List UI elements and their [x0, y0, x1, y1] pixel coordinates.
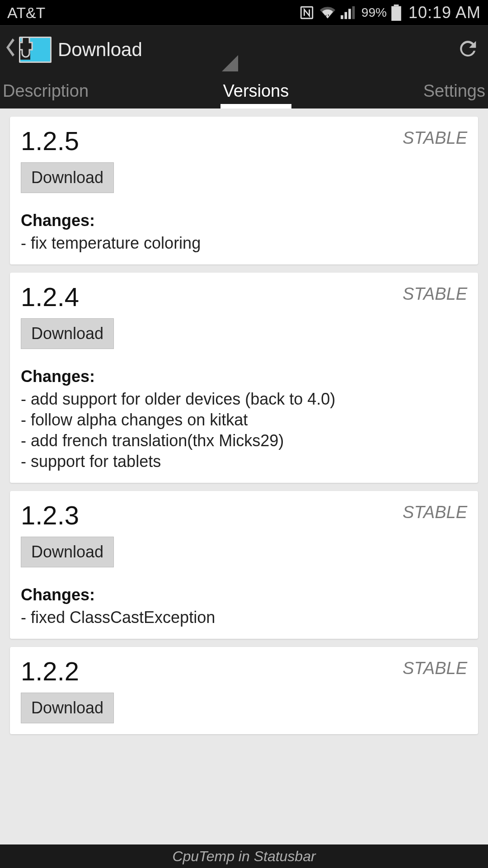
version-card: 1.2.5STABLEDownloadChanges:- fix tempera…: [10, 117, 478, 264]
svg-rect-6: [394, 5, 399, 6]
version-card: 1.2.4STABLEDownloadChanges:- add support…: [10, 273, 478, 483]
tab-settings[interactable]: Settings: [421, 73, 488, 108]
channel-label: STABLE: [403, 282, 467, 304]
svg-rect-4: [352, 6, 355, 19]
carrier-label: AT&T: [7, 4, 45, 22]
spinner-indicator-icon[interactable]: [222, 55, 238, 71]
status-bar: AT&T 99%: [0, 0, 488, 25]
tab-bar: Description Versions Settings: [0, 73, 488, 108]
tab-description[interactable]: Description: [0, 73, 91, 108]
nfc-icon: [299, 5, 314, 20]
version-number: 1.2.5: [21, 126, 79, 156]
changes-body: - fix temperature coloring: [21, 233, 467, 254]
changes-heading: Changes:: [21, 585, 467, 604]
version-card: 1.2.2STABLEDownload: [10, 647, 478, 734]
action-bar: Download: [0, 25, 488, 73]
changes-body: - add support for older devices (back to…: [21, 389, 467, 472]
changes-heading: Changes:: [21, 367, 467, 386]
svg-rect-2: [344, 12, 347, 19]
changes-body: - fixed ClassCastException: [21, 607, 467, 628]
svg-rect-1: [341, 15, 343, 19]
wifi-icon: [319, 5, 336, 20]
battery-icon: [391, 5, 401, 21]
version-number: 1.2.4: [21, 282, 79, 312]
download-button[interactable]: Download: [21, 537, 114, 567]
tab-versions[interactable]: Versions: [221, 73, 292, 108]
version-card: 1.2.3STABLEDownloadChanges:- fixed Class…: [10, 491, 478, 639]
signal-icon: [341, 6, 356, 19]
version-number: 1.2.2: [21, 656, 79, 686]
action-bar-title[interactable]: Download: [58, 39, 272, 61]
footer-module-name: CpuTemp in Statusbar: [0, 844, 488, 868]
changes-heading: Changes:: [21, 211, 467, 230]
refresh-button[interactable]: [456, 37, 480, 62]
svg-rect-3: [348, 9, 351, 19]
version-number: 1.2.3: [21, 500, 79, 530]
back-button[interactable]: [3, 38, 17, 61]
clock: 10:19 AM: [408, 3, 481, 22]
download-button[interactable]: Download: [21, 162, 114, 193]
channel-label: STABLE: [403, 500, 467, 522]
svg-rect-5: [391, 6, 401, 21]
channel-label: STABLE: [403, 126, 467, 148]
download-button[interactable]: Download: [21, 318, 114, 349]
versions-list[interactable]: 1.2.5STABLEDownloadChanges:- fix tempera…: [0, 108, 488, 844]
channel-label: STABLE: [403, 656, 467, 678]
battery-percent: 99%: [361, 5, 387, 20]
download-button[interactable]: Download: [21, 693, 114, 723]
xposed-app-icon[interactable]: [19, 37, 52, 63]
